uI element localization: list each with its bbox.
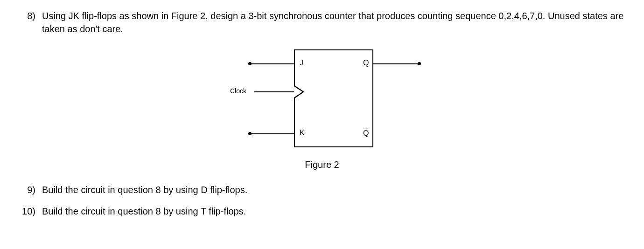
- question-10-number: 10): [19, 205, 42, 218]
- flipflop-box: [294, 49, 373, 147]
- terminal-q: [418, 62, 421, 65]
- question-10-text: Build the circuit in question 8 by using…: [42, 205, 625, 218]
- question-9: 9) Build the circuit in question 8 by us…: [19, 183, 625, 196]
- wire-j-input: [250, 63, 294, 64]
- label-j: J: [300, 59, 303, 67]
- question-9-number: 9): [19, 183, 42, 196]
- question-9-text: Build the circuit in question 8 by using…: [42, 183, 625, 196]
- jk-flipflop-diagram: J K Q Q Clock: [222, 45, 422, 152]
- clock-edge-icon-inner: [294, 86, 302, 97]
- figure-2: J K Q Q Clock Figure 2: [19, 45, 625, 170]
- label-qbar: Q: [363, 129, 369, 138]
- question-8: 8) Using JK flip-flops as shown in Figur…: [19, 9, 625, 35]
- qbar-text: Q: [363, 129, 369, 137]
- wire-q-output: [373, 63, 420, 64]
- label-q: Q: [363, 59, 369, 67]
- question-8-text: Using JK flip-flops as shown in Figure 2…: [42, 9, 625, 35]
- figure-caption: Figure 2: [305, 159, 339, 170]
- terminal-k: [248, 132, 252, 135]
- wire-clock-input: [254, 91, 294, 92]
- label-k: K: [300, 129, 305, 137]
- question-8-number: 8): [19, 9, 42, 35]
- terminal-j: [248, 62, 252, 65]
- wire-k-input: [250, 133, 294, 134]
- question-10: 10) Build the circuit in question 8 by u…: [19, 205, 625, 218]
- label-clock: Clock: [230, 87, 246, 95]
